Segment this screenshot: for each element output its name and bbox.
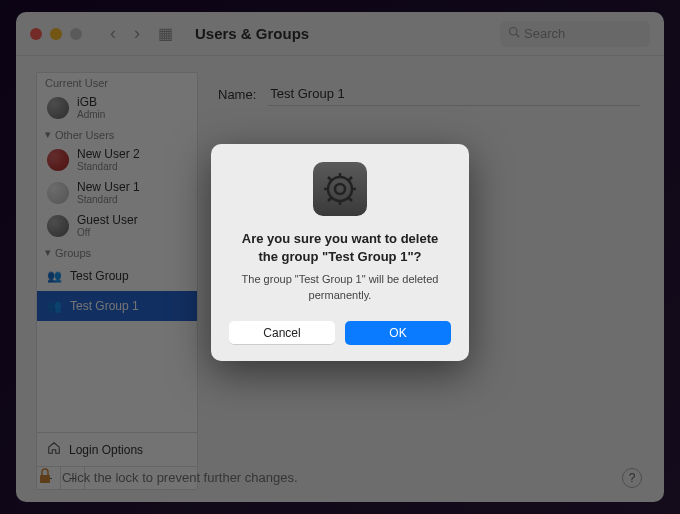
cancel-button[interactable]: Cancel: [229, 321, 335, 345]
dialog-buttons: Cancel OK: [229, 321, 451, 345]
svg-line-12: [328, 197, 332, 201]
svg-point-4: [335, 184, 345, 194]
svg-line-10: [348, 197, 352, 201]
ok-button[interactable]: OK: [345, 321, 451, 345]
dialog-message: The group "Test Group 1" will be deleted…: [229, 272, 451, 303]
confirm-delete-dialog: Are you sure you want to deletethe group…: [211, 144, 469, 361]
svg-line-11: [348, 177, 352, 181]
dialog-title: Are you sure you want to deletethe group…: [229, 230, 451, 266]
svg-line-9: [328, 177, 332, 181]
system-preferences-icon: [313, 162, 367, 216]
